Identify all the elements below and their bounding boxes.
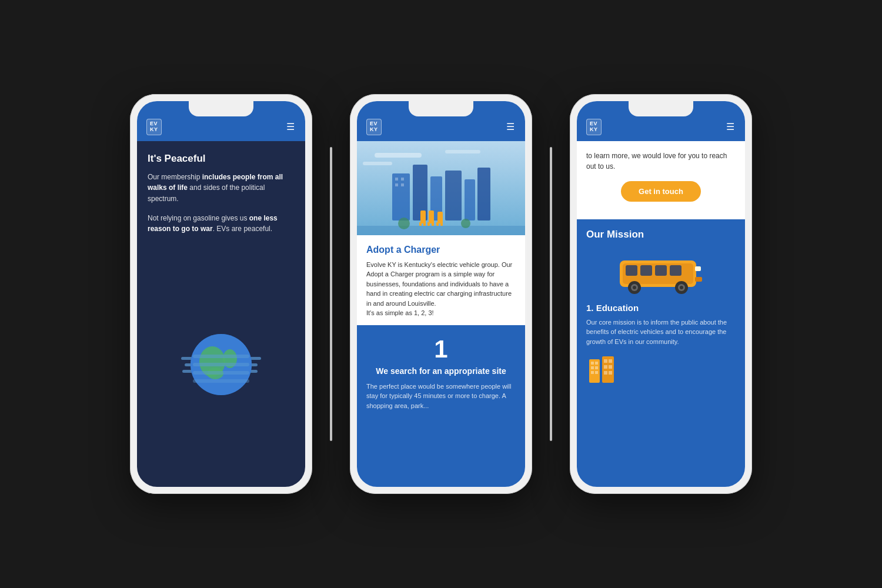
- step-title: We search for an appropriate site: [376, 366, 506, 376]
- svg-rect-26: [395, 178, 398, 181]
- reach-out-text: to learn more, we would love for you to …: [586, 151, 736, 172]
- svg-rect-61: [595, 366, 598, 369]
- svg-rect-47: [670, 265, 681, 276]
- svg-rect-25: [477, 168, 490, 220]
- city-illustration: [357, 141, 525, 235]
- svg-rect-31: [419, 222, 422, 226]
- peaceful-title: It's Peaceful: [148, 153, 295, 165]
- svg-rect-23: [445, 171, 462, 220]
- step-body: The perfect place would be somewhere peo…: [366, 382, 516, 411]
- svg-rect-57: [589, 359, 600, 383]
- peaceful-paragraph1: Our membership includes people from all …: [148, 172, 295, 205]
- hamburger-menu-3[interactable]: ☰: [726, 121, 736, 132]
- svg-rect-28: [395, 183, 398, 186]
- svg-point-54: [680, 286, 683, 289]
- phone-1-screen: EV KY ☰ It's Peaceful Our membership inc…: [137, 101, 305, 487]
- svg-rect-65: [604, 359, 607, 363]
- phone-2: EV KY ☰: [350, 94, 532, 494]
- svg-rect-34: [427, 222, 430, 226]
- notch-2: [409, 101, 473, 116]
- notch-1: [189, 101, 253, 116]
- get-in-touch-button[interactable]: Get in touch: [621, 181, 701, 202]
- svg-rect-66: [609, 359, 612, 363]
- svg-rect-38: [440, 222, 443, 226]
- svg-rect-60: [591, 366, 594, 369]
- adopt-text-section: Adopt a Charger Evolve KY is Kentucky's …: [357, 235, 525, 325]
- phone-3-screen: EV KY ☰ to learn more, we would love for…: [577, 101, 745, 487]
- hamburger-menu-2[interactable]: ☰: [506, 121, 516, 132]
- svg-rect-62: [591, 371, 594, 374]
- hamburger-menu-1[interactable]: ☰: [286, 121, 296, 132]
- reach-out-section: to learn more, we would love for you to …: [577, 141, 745, 219]
- adopt-body: Evolve KY is Kentucky's electric vehicle…: [366, 260, 516, 318]
- svg-rect-68: [609, 365, 612, 369]
- svg-rect-70: [609, 371, 612, 375]
- divider-1: [330, 147, 332, 441]
- svg-rect-11: [193, 355, 249, 358]
- earth-illustration: [148, 249, 295, 475]
- svg-rect-14: [193, 379, 249, 383]
- adopt-title: Adopt a Charger: [366, 245, 516, 255]
- svg-rect-37: [436, 222, 439, 226]
- svg-rect-24: [465, 179, 475, 220]
- svg-rect-56: [695, 277, 702, 282]
- mission-section: Our Mission: [577, 219, 745, 487]
- svg-rect-45: [640, 265, 652, 276]
- svg-rect-27: [401, 178, 404, 181]
- step-number: 1: [434, 337, 447, 362]
- svg-rect-19: [363, 162, 392, 165]
- svg-rect-29: [401, 183, 404, 186]
- svg-rect-48: [683, 266, 691, 284]
- svg-rect-30: [420, 211, 426, 223]
- svg-rect-33: [429, 211, 434, 223]
- peaceful-paragraph2: Not relying on gasoline gives us one les…: [148, 213, 295, 235]
- evky-logo-1: EV KY: [146, 119, 162, 135]
- step-section: 1 We search for an appropriate site The …: [357, 325, 525, 487]
- evky-logo-2: EV KY: [366, 119, 382, 135]
- svg-point-40: [398, 218, 410, 229]
- education-title: 1. Education: [586, 303, 736, 313]
- svg-rect-58: [591, 362, 594, 365]
- svg-rect-39: [357, 226, 525, 235]
- phone-1-content: It's Peaceful Our membership includes pe…: [137, 141, 305, 487]
- svg-rect-12: [193, 363, 249, 366]
- divider-2: [550, 147, 552, 441]
- svg-rect-46: [655, 265, 667, 276]
- mission-title: Our Mission: [586, 229, 736, 240]
- evky-logo-3: EV KY: [586, 119, 602, 135]
- phone-2-screen: EV KY ☰: [357, 101, 525, 487]
- svg-rect-13: [193, 371, 249, 375]
- svg-rect-18: [445, 150, 480, 153]
- svg-rect-44: [626, 265, 637, 276]
- svg-rect-35: [432, 222, 434, 226]
- svg-rect-59: [595, 362, 598, 365]
- notch-3: [629, 101, 693, 116]
- bus-illustration: [586, 249, 736, 296]
- svg-rect-67: [604, 365, 607, 369]
- svg-rect-69: [604, 371, 607, 375]
- svg-rect-55: [695, 266, 701, 271]
- education-text: Our core mission is to inform the public…: [586, 318, 736, 347]
- svg-rect-36: [437, 212, 443, 223]
- svg-point-51: [633, 286, 636, 289]
- phones-container: EV KY ☰ It's Peaceful Our membership inc…: [106, 59, 776, 529]
- svg-rect-17: [375, 153, 422, 158]
- buildings-bottom-illustration: [586, 353, 736, 383]
- phone-3: EV KY ☰ to learn more, we would love for…: [570, 94, 752, 494]
- phone-1: EV KY ☰ It's Peaceful Our membership inc…: [130, 94, 312, 494]
- svg-rect-32: [423, 222, 426, 226]
- svg-point-41: [461, 219, 470, 228]
- svg-rect-63: [595, 371, 598, 374]
